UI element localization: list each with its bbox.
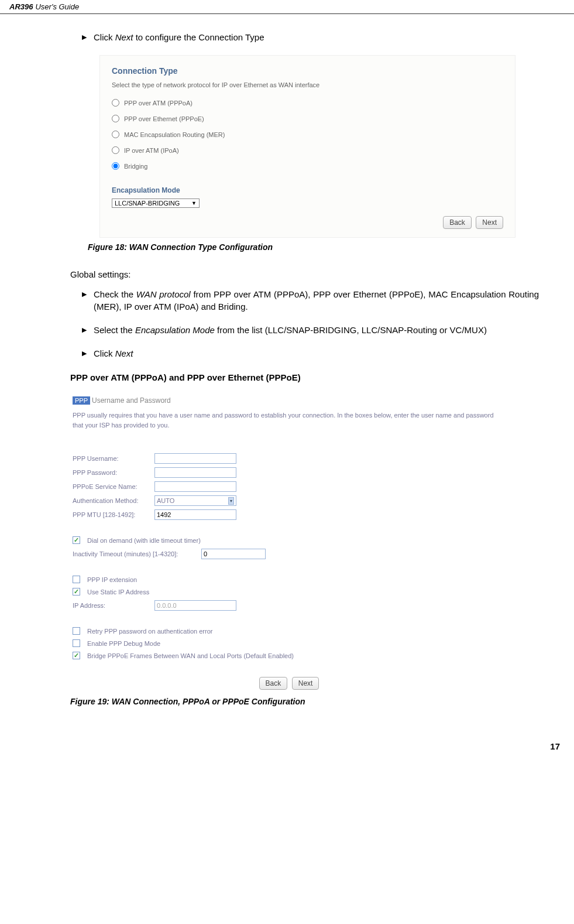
ip-address-label: IP Address: [73,602,154,609]
radio-input-mer[interactable] [112,131,119,138]
ppp-section-heading: PPP over ATM (PPPoA) and PPP over Ethern… [70,372,539,382]
bullet-arrow-icon: ▶ [82,348,87,360]
next-button[interactable]: Next [292,677,319,690]
ppp-password-input[interactable] [154,467,236,478]
radio-label-pppoa: PPP over ATM (PPPoA) [124,100,193,107]
dial-on-demand-label: Dial on demand (with idle timeout timer) [87,537,201,544]
figure-19-caption: Figure 19: WAN Connection, PPPoA or PPPo… [70,697,539,706]
radio-input-pppoa[interactable] [112,99,119,107]
radio-label-ipoa: IP over ATM (IPoA) [124,147,179,154]
ip-address-row: IP Address: [73,600,504,611]
bullet2-c: from the list (LLC/SNAP-BRIDGING, LLC/SN… [215,325,487,335]
dial-on-demand-checkbox[interactable]: ✓ [73,536,80,544]
chevron-down-icon: ▼ [191,200,197,206]
header-model: AR396 [9,2,33,11]
retry-ppp-checkbox[interactable] [73,627,80,635]
ppp-ip-extension-label: PPP IP extension [87,576,137,583]
header-guide: User's Guide [35,2,79,11]
bullet1-b: WAN protocol [136,289,191,299]
auth-method-select[interactable]: AUTO ▾ [154,495,236,506]
radio-input-bridging[interactable] [112,162,119,170]
ppp-ip-extension-row: PPP IP extension [73,576,504,583]
bridge-pppoe-label: Bridge PPPoE Frames Between WAN and Loca… [87,652,294,659]
ppp-username-input[interactable] [154,453,236,464]
bullet-text: Check the WAN protocol from PPP over ATM… [94,289,539,313]
radio-bridging[interactable]: Bridging [112,162,503,170]
static-ip-row: ✓ Use Static IP Address [73,588,504,596]
radio-pppoa[interactable]: PPP over ATM (PPPoA) [112,99,503,107]
page-content: ▶ Click Next to configure the Connection… [0,14,574,735]
static-ip-checkbox[interactable]: ✓ [73,588,80,596]
bullet2-b: Encapsulation Mode [135,325,215,335]
ppp-service-row: PPPoE Service Name: [73,481,504,492]
bullet-arrow-icon: ▶ [82,289,87,313]
ppp-mtu-row: PPP MTU [128-1492]: [73,509,504,520]
auth-method-row: Authentication Method: AUTO ▾ [73,495,504,506]
bullet-select-encap-mode: ▶ Select the Encapsulation Mode from the… [82,324,539,336]
next-button[interactable]: Next [476,216,503,229]
bullet-text: Select the Encapsulation Mode from the l… [94,324,539,336]
inactivity-timeout-label: Inactivity Timeout (minutes) [1-4320]: [73,550,201,557]
ppp-description: PPP usually requires that you have a use… [73,410,504,430]
bullet-prefix: Click [94,32,115,42]
bullet-arrow-icon: ▶ [82,324,87,336]
retry-ppp-label: Retry PPP password on authentication err… [87,628,212,635]
retry-ppp-row: Retry PPP password on authentication err… [73,627,504,635]
radio-mer[interactable]: MAC Encapsulation Routing (MER) [112,131,503,138]
radio-input-pppoe[interactable] [112,115,119,122]
inactivity-timeout-input[interactable] [201,549,266,559]
radio-input-ipoa[interactable] [112,146,119,154]
bullet2-a: Select the [94,325,135,335]
figure-19-buttons: Back Next [73,677,504,690]
ppp-badge: PPP [73,396,90,405]
ppp-title-rest: Username and Password [92,396,171,405]
auth-method-value: AUTO [157,497,174,504]
encapsulation-mode-title: Encapsulation Mode [112,186,503,194]
figure-18-caption: Figure 18: WAN Connection Type Configura… [88,242,539,252]
bullet3-a: Click [94,348,115,358]
ppp-service-label: PPPoE Service Name: [73,483,154,490]
page-number: 17 [0,735,574,765]
connection-type-desc: Select the type of network protocol for … [112,81,503,88]
auth-method-label: Authentication Method: [73,497,154,504]
figure-19-screenshot: PPP Username and Password PPP usually re… [70,394,515,692]
connection-type-title: Connection Type [112,66,503,76]
bullet-text: Click Next to configure the Connection T… [94,32,539,43]
global-settings-heading: Global settings: [70,269,539,279]
figure-18-buttons: Back Next [112,216,503,229]
radio-label-pppoe: PPP over Ethernet (PPPoE) [124,115,204,122]
radio-ipoa[interactable]: IP over ATM (IPoA) [112,146,503,154]
bullet-suffix: to configure the Connection Type [133,32,264,42]
ppp-password-label: PPP Password: [73,469,154,476]
ppp-title-row: PPP Username and Password [73,396,504,405]
static-ip-label: Use Static IP Address [87,588,149,596]
page-header: AR396 User's Guide [0,0,574,14]
bridge-pppoe-checkbox[interactable]: ✓ [73,652,80,659]
ip-address-input[interactable] [154,600,236,611]
radio-label-mer: MAC Encapsulation Routing (MER) [124,131,225,138]
ppp-username-label: PPP Username: [73,455,154,462]
bridge-pppoe-row: ✓ Bridge PPPoE Frames Between WAN and Lo… [73,652,504,659]
ppp-password-row: PPP Password: [73,467,504,478]
radio-label-bridging: Bridging [124,163,147,170]
ppp-ip-extension-checkbox[interactable] [73,576,80,583]
debug-mode-checkbox[interactable] [73,639,80,647]
ppp-service-input[interactable] [154,481,236,492]
encapsulation-mode-select[interactable]: LLC/SNAP-BRIDGING ▼ [112,199,200,208]
encapsulation-mode-value: LLC/SNAP-BRIDGING [115,200,180,207]
bullet1-a: Check the [94,289,136,299]
debug-mode-label: Enable PPP Debug Mode [87,640,160,647]
bullet-italic: Next [115,32,133,42]
bullet-check-wan-protocol: ▶ Check the WAN protocol from PPP over A… [82,289,539,313]
back-button[interactable]: Back [259,677,288,690]
bullet-arrow-icon: ▶ [82,32,87,43]
bullet3-b: Next [115,348,133,358]
bullet-text: Click Next [94,348,539,360]
ppp-mtu-input[interactable] [154,509,236,520]
radio-pppoe[interactable]: PPP over Ethernet (PPPoE) [112,115,503,122]
bullet-click-next-configure: ▶ Click Next to configure the Connection… [82,32,539,43]
dial-on-demand-row: ✓ Dial on demand (with idle timeout time… [73,536,504,544]
inactivity-timeout-row: Inactivity Timeout (minutes) [1-4320]: [73,549,504,559]
back-button[interactable]: Back [443,216,472,229]
figure-18-screenshot: Connection Type Select the type of netwo… [99,55,515,238]
